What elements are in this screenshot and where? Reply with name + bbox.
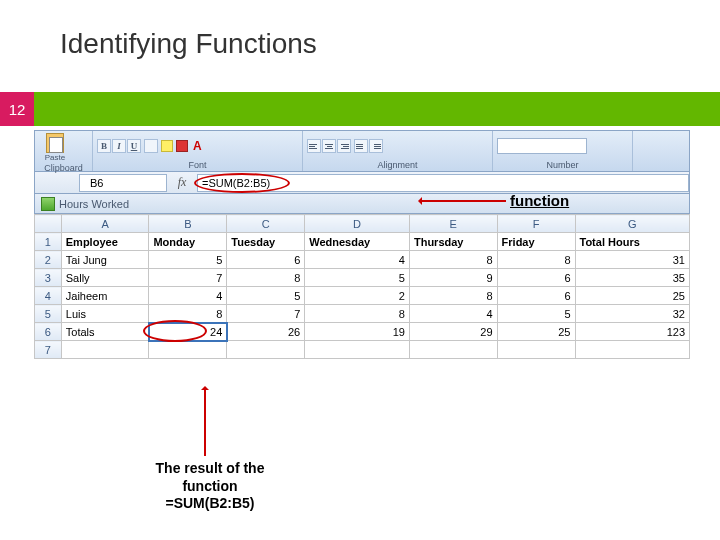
cell[interactable]: 8 — [409, 251, 497, 269]
cell[interactable]: 25 — [575, 287, 690, 305]
cell[interactable]: Total Hours — [575, 233, 690, 251]
row-header[interactable]: 4 — [35, 287, 62, 305]
cell[interactable]: 4 — [305, 251, 410, 269]
group-label-alignment: Alignment — [307, 159, 488, 170]
cell[interactable] — [575, 341, 690, 359]
col-header[interactable]: B — [149, 215, 227, 233]
cell[interactable]: 8 — [409, 287, 497, 305]
cell[interactable]: Friday — [497, 233, 575, 251]
cell[interactable]: 25 — [497, 323, 575, 341]
cell[interactable]: 8 — [305, 305, 410, 323]
cell[interactable]: Wednesday — [305, 233, 410, 251]
cell[interactable]: Tuesday — [227, 233, 305, 251]
group-label-clipboard: Clipboard — [39, 162, 88, 173]
fill-color-button[interactable] — [161, 140, 173, 152]
page-number-badge: 12 — [0, 92, 34, 126]
ribbon-group-number: Number — [493, 131, 633, 171]
bold-button[interactable]: B — [97, 139, 111, 153]
cell[interactable]: Employee — [61, 233, 149, 251]
group-label-font: Font — [97, 159, 298, 170]
cell[interactable]: 4 — [149, 287, 227, 305]
cell[interactable]: 19 — [305, 323, 410, 341]
table-row: 2 Tai Jung 5 6 4 8 8 31 — [35, 251, 690, 269]
italic-button[interactable]: I — [112, 139, 126, 153]
cell[interactable]: 6 — [497, 287, 575, 305]
align-center-button[interactable] — [322, 139, 336, 153]
cell[interactable]: 6 — [227, 251, 305, 269]
font-color-button[interactable] — [176, 140, 188, 152]
number-format-dropdown[interactable] — [497, 138, 587, 154]
annotation-arrow-vertical — [204, 388, 206, 456]
align-right-button[interactable] — [337, 139, 351, 153]
callout-line: =SUM(B2:B5) — [130, 495, 290, 513]
cell[interactable]: 4 — [409, 305, 497, 323]
table-row: 6 Totals 24 26 19 29 25 123 — [35, 323, 690, 341]
row-header[interactable]: 2 — [35, 251, 62, 269]
cell[interactable] — [61, 341, 149, 359]
fx-icon[interactable]: fx — [167, 175, 197, 190]
paste-button[interactable]: Paste — [39, 133, 71, 162]
align-left-button[interactable] — [307, 139, 321, 153]
col-header[interactable]: E — [409, 215, 497, 233]
cell[interactable]: 31 — [575, 251, 690, 269]
row-header[interactable]: 5 — [35, 305, 62, 323]
table-row: 7 — [35, 341, 690, 359]
cell[interactable]: Tai Jung — [61, 251, 149, 269]
callout-result-label: The result of the function =SUM(B2:B5) — [130, 460, 290, 513]
cell[interactable]: Sally — [61, 269, 149, 287]
cell[interactable]: 123 — [575, 323, 690, 341]
col-header[interactable]: F — [497, 215, 575, 233]
col-header[interactable]: A — [61, 215, 149, 233]
cell[interactable]: Thursday — [409, 233, 497, 251]
cell[interactable]: 5 — [149, 251, 227, 269]
ribbon: Paste Clipboard B I U A Font — [34, 130, 690, 172]
callout-function-label: function — [510, 192, 569, 209]
cell[interactable]: 7 — [149, 269, 227, 287]
table-row: 5 Luis 8 7 8 4 5 32 — [35, 305, 690, 323]
cell[interactable]: 29 — [409, 323, 497, 341]
cell[interactable] — [149, 341, 227, 359]
cell[interactable]: 7 — [227, 305, 305, 323]
cell[interactable] — [497, 341, 575, 359]
cell[interactable]: Totals — [61, 323, 149, 341]
col-header[interactable]: D — [305, 215, 410, 233]
cell[interactable]: 26 — [227, 323, 305, 341]
col-header[interactable]: G — [575, 215, 690, 233]
cell[interactable] — [409, 341, 497, 359]
spreadsheet-grid[interactable]: A B C D E F G 1 Employee Monday Tuesday … — [34, 214, 690, 359]
cell[interactable]: 6 — [497, 269, 575, 287]
border-button[interactable] — [144, 139, 158, 153]
cell[interactable]: Monday — [149, 233, 227, 251]
cell[interactable]: 8 — [227, 269, 305, 287]
group-label-number: Number — [497, 159, 628, 170]
row-header[interactable]: 6 — [35, 323, 62, 341]
cell[interactable]: Jaiheem — [61, 287, 149, 305]
row-header[interactable]: 7 — [35, 341, 62, 359]
row-header[interactable]: 3 — [35, 269, 62, 287]
cell[interactable] — [227, 341, 305, 359]
cell[interactable]: 5 — [305, 269, 410, 287]
cell[interactable]: 5 — [227, 287, 305, 305]
row-header[interactable]: 1 — [35, 233, 62, 251]
cell-selected[interactable]: 24 — [149, 323, 227, 341]
ribbon-group-font: B I U A Font — [93, 131, 303, 171]
cell[interactable]: 9 — [409, 269, 497, 287]
excel-icon — [41, 197, 55, 211]
accent-bar — [0, 92, 720, 126]
cell[interactable]: 35 — [575, 269, 690, 287]
cell[interactable]: Luis — [61, 305, 149, 323]
name-box[interactable]: B6 — [79, 174, 167, 192]
select-all-corner[interactable] — [35, 215, 62, 233]
cell[interactable]: 8 — [497, 251, 575, 269]
formula-input[interactable]: =SUM(B2:B5) — [197, 174, 689, 192]
paste-label: Paste — [45, 153, 65, 162]
cell[interactable]: 32 — [575, 305, 690, 323]
cell[interactable]: 5 — [497, 305, 575, 323]
decrease-indent-button[interactable] — [354, 139, 368, 153]
cell[interactable]: 2 — [305, 287, 410, 305]
underline-button[interactable]: U — [127, 139, 141, 153]
cell[interactable] — [305, 341, 410, 359]
col-header[interactable]: C — [227, 215, 305, 233]
cell[interactable]: 8 — [149, 305, 227, 323]
increase-indent-button[interactable] — [369, 139, 383, 153]
